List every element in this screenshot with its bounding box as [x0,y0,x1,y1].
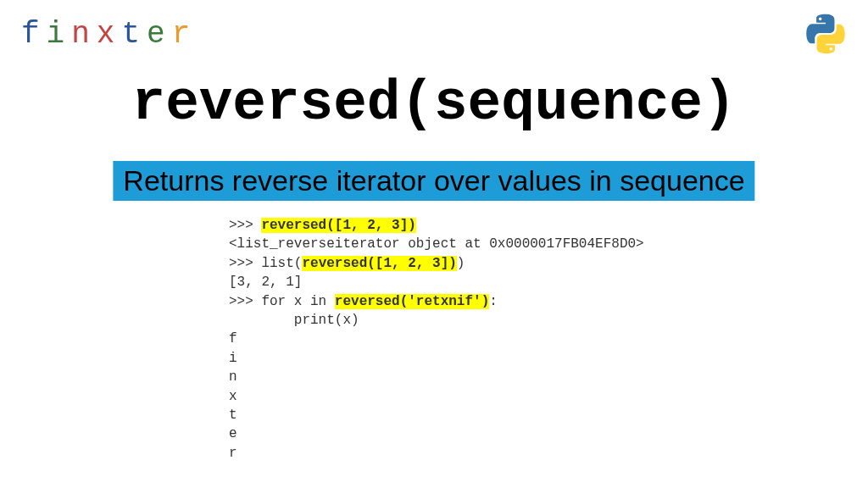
logo-letter-x: x [97,17,122,52]
logo-letter-e: e [147,17,172,52]
code-output: f [229,330,644,348]
code-output: x [229,387,644,406]
code-highlight: reversed([1, 2, 3]) [302,256,456,271]
logo-letter-i: i [47,17,72,52]
finxter-logo: finxter [21,17,197,52]
description-banner: Returns reverse iterator over values in … [113,161,754,201]
code-prompt: >>> [229,218,261,233]
code-output: n [229,368,644,386]
code-text: : [489,294,498,309]
code-output: [3, 2, 1] [229,273,644,291]
python-icon [804,13,847,55]
logo-letter-r: r [172,17,198,52]
code-highlight: reversed([1, 2, 3]) [261,218,415,233]
code-output: i [229,349,644,368]
code-highlight: reversed('retxnif') [335,294,489,309]
logo-letter-t: t [121,17,147,52]
logo-letter-f: f [21,17,47,52]
code-prompt: >>> for x in [229,294,335,309]
page-title: reversed(sequence) [0,72,868,136]
code-prompt: >>> list( [229,256,302,271]
code-text: print(x) [229,311,644,330]
code-text: ) [457,256,465,271]
code-output: e [229,424,644,443]
code-output: <list_reverseiterator object at 0x000001… [229,235,644,253]
code-output: r [229,444,644,463]
logo-letter-n: n [71,17,97,52]
code-output: t [229,406,644,424]
code-example: >>> reversed([1, 2, 3]) <list_reverseite… [229,216,644,463]
